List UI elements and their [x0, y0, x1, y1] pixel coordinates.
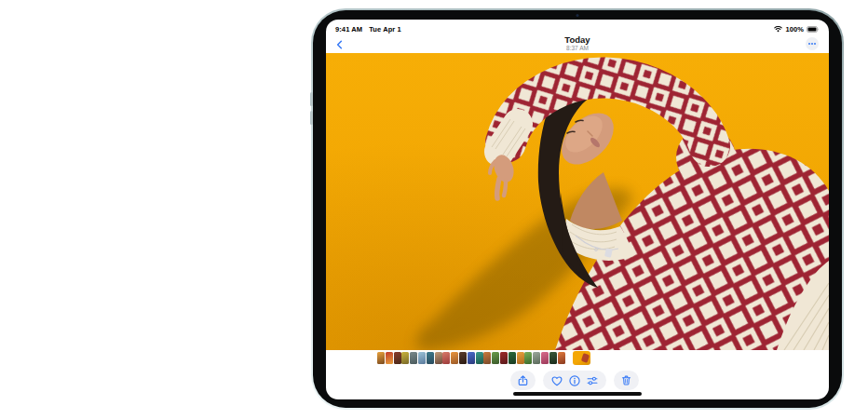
filmstrip-thumb[interactable] [558, 352, 565, 364]
filmstrip-thumb[interactable] [541, 352, 549, 364]
ipad-device: 9:41 AM Tue Apr 1 100% [311, 8, 844, 410]
filmstrip-thumb[interactable] [451, 352, 458, 364]
filmstrip-thumb[interactable] [418, 352, 426, 364]
photo-illustration [326, 53, 829, 350]
heart-icon [550, 374, 563, 387]
filmstrip-thumb[interactable] [442, 352, 450, 364]
nav-title-group: Today 8:37 AM [326, 35, 829, 51]
share-icon [517, 373, 529, 387]
clock: 9:41 AM [335, 25, 362, 34]
filmstrip-thumb[interactable] [386, 352, 393, 364]
filmstrip-thumb[interactable] [427, 352, 434, 364]
favorite-button[interactable] [549, 373, 564, 388]
wifi-icon [774, 25, 782, 33]
filmstrip-thumb[interactable] [509, 352, 516, 364]
battery-icon [807, 26, 820, 33]
status-left: 9:41 AM Tue Apr 1 [335, 25, 401, 34]
bottom-toolbar [326, 371, 829, 390]
page-subtitle: 8:37 AM [326, 45, 829, 51]
volume-up-button [310, 92, 313, 106]
delete-button[interactable] [614, 371, 639, 390]
filmstrip-thumb[interactable] [549, 352, 557, 364]
nav-bar: Today 8:37 AM [326, 35, 829, 53]
filmstrip-thumb[interactable] [410, 352, 417, 364]
volume-down-button [310, 111, 313, 125]
info-icon [568, 374, 581, 387]
filmstrip-thumb[interactable] [401, 352, 409, 364]
filmstrip-thumb[interactable] [533, 352, 540, 364]
more-button[interactable] [806, 37, 819, 50]
filmstrip-thumb[interactable] [459, 352, 467, 364]
filmstrip-thumb[interactable] [476, 352, 483, 364]
filmstrip [326, 350, 829, 366]
page-title: Today [326, 35, 829, 45]
ipad-bezel: 9:41 AM Tue Apr 1 100% [313, 10, 842, 408]
info-button[interactable] [567, 373, 582, 388]
filmstrip-thumb[interactable] [468, 352, 475, 364]
filmstrip-thumb[interactable] [435, 352, 442, 364]
filmstrip-thumbnails [377, 352, 565, 364]
chevron-left-icon [335, 39, 344, 50]
adjust-button[interactable] [585, 373, 600, 388]
filmstrip-thumb[interactable] [492, 352, 499, 364]
status-right: 100% [774, 25, 820, 34]
filmstrip-thumb[interactable] [377, 352, 385, 364]
actions-pill [543, 371, 606, 390]
back-button[interactable] [332, 37, 346, 51]
date: Tue Apr 1 [369, 25, 401, 34]
filmstrip-thumb[interactable] [394, 352, 401, 364]
filmstrip-thumb[interactable] [500, 352, 508, 364]
ellipsis-icon [808, 43, 810, 45]
filmstrip-thumb[interactable] [483, 352, 491, 364]
filmstrip-thumb[interactable] [517, 352, 524, 364]
trash-icon [620, 373, 632, 387]
status-bar: 9:41 AM Tue Apr 1 100% [326, 20, 829, 35]
share-button[interactable] [510, 371, 536, 390]
home-indicator[interactable] [513, 392, 642, 396]
photos-app-screen: 9:41 AM Tue Apr 1 100% [326, 20, 829, 399]
adjust-icon [586, 374, 599, 387]
front-camera [576, 14, 579, 17]
battery-percent: 100% [785, 25, 804, 34]
photo-view[interactable] [326, 53, 829, 350]
filmstrip-thumb[interactable] [524, 352, 532, 364]
filmstrip-selected-thumb[interactable] [573, 351, 590, 365]
